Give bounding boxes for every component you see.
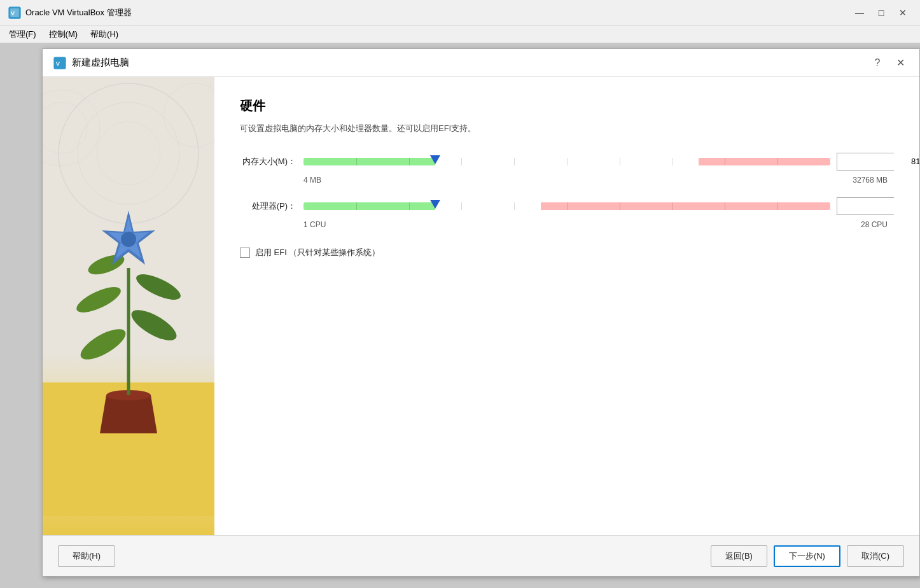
cpu-tick-2 <box>409 202 410 210</box>
cpu-tick-4 <box>514 202 515 210</box>
memory-slider-thumb[interactable] <box>430 155 440 164</box>
dialog-title-bar: V 新建虚拟电脑 ? ✕ <box>43 49 919 77</box>
tick-8 <box>725 158 725 165</box>
cpu-label: 处理器(P)： <box>240 200 303 212</box>
cpu-slider-red <box>541 202 830 210</box>
cpu-range-labels: 1 CPU 28 CPU <box>303 220 894 229</box>
illustration-panel <box>43 77 214 535</box>
svg-point-10 <box>164 83 214 147</box>
svg-point-5 <box>59 83 199 223</box>
svg-text:V: V <box>56 60 60 67</box>
tick-6 <box>620 158 620 165</box>
footer-left: 帮助(H) <box>58 545 711 567</box>
footer-right: 返回(B) 下一步(N) 取消(C) <box>711 545 904 567</box>
memory-spinbox[interactable]: ▲ ▼ <box>837 153 894 171</box>
section-title: 硬件 <box>240 97 894 115</box>
maximize-button[interactable]: □ <box>872 5 891 20</box>
menu-bar: 管理(F) 控制(M) 帮助(H) <box>0 25 920 43</box>
svg-point-15 <box>127 304 181 346</box>
memory-value-input[interactable] <box>837 153 919 170</box>
cpu-tick-8 <box>725 202 725 210</box>
memory-slider-container[interactable] <box>303 153 830 171</box>
next-button[interactable]: 下一步(N) <box>774 545 840 567</box>
help-button[interactable]: 帮助(H) <box>58 545 115 567</box>
menu-help[interactable]: 帮助(H) <box>84 26 125 43</box>
tick-7 <box>673 158 673 165</box>
memory-slider-red <box>699 158 830 165</box>
cpu-spinbox[interactable]: ▲ ▼ <box>837 197 894 215</box>
app-icon: V <box>8 6 22 20</box>
window-controls: — □ ✕ <box>850 5 912 20</box>
cpu-tick-1 <box>356 202 357 210</box>
app-title: Oracle VM VirtualBox 管理器 <box>25 7 850 18</box>
memory-max-label: 32768 MB <box>853 176 888 185</box>
dialog-body: 硬件 可设置虚拟电脑的内存大小和处理器数量。还可以启用EFI支持。 内存大小(M… <box>43 77 919 535</box>
cpu-slider-green <box>303 202 435 210</box>
memory-row: 内存大小(M)： <box>240 153 894 171</box>
illustration-svg <box>43 77 214 516</box>
cpu-min-label: 1 CPU <box>303 220 326 229</box>
section-description: 可设置虚拟电脑的内存大小和处理器数量。还可以启用EFI支持。 <box>240 122 894 135</box>
cpu-row: 处理器(P)： <box>240 197 894 215</box>
tick-5 <box>567 158 568 165</box>
tick-2 <box>409 158 410 165</box>
svg-point-6 <box>78 102 179 204</box>
tick-1 <box>356 158 357 165</box>
right-panel: 硬件 可设置虚拟电脑的内存大小和处理器数量。还可以启用EFI支持。 内存大小(M… <box>214 77 919 535</box>
memory-range-labels: 4 MB 32768 MB <box>303 176 894 185</box>
cpu-tick-6 <box>620 202 620 210</box>
back-button[interactable]: 返回(B) <box>711 545 767 567</box>
menu-control[interactable]: 控制(M) <box>43 26 85 43</box>
efi-checkbox[interactable] <box>240 248 250 258</box>
cancel-button[interactable]: 取消(C) <box>847 545 904 567</box>
main-dialog: V 新建虚拟电脑 ? ✕ <box>42 48 920 577</box>
efi-checkbox-label: 启用 EFI （只针对某些操作系统） <box>255 247 380 258</box>
cpu-max-label: 28 CPU <box>861 220 888 229</box>
cpu-slider-track[interactable] <box>303 202 830 210</box>
tick-3 <box>461 158 462 165</box>
cpu-tick-7 <box>673 202 673 210</box>
dialog-footer: 帮助(H) 返回(B) 下一步(N) 取消(C) <box>43 535 919 576</box>
svg-point-7 <box>97 122 160 185</box>
svg-point-9 <box>43 102 87 153</box>
menu-manage[interactable]: 管理(F) <box>3 26 43 43</box>
cpu-tick-9 <box>777 202 778 210</box>
tick-4 <box>514 158 515 165</box>
dialog-help-button[interactable]: ? <box>868 54 886 72</box>
svg-point-17 <box>133 269 184 305</box>
svg-point-16 <box>73 282 124 318</box>
cpu-value-input[interactable] <box>837 198 919 214</box>
cpu-slider-thumb[interactable] <box>430 200 440 209</box>
window-close-button[interactable]: ✕ <box>893 5 912 20</box>
minimize-button[interactable]: — <box>850 5 869 20</box>
svg-point-21 <box>121 232 136 247</box>
tick-9 <box>777 158 778 165</box>
efi-row[interactable]: 启用 EFI （只针对某些操作系统） <box>240 247 894 258</box>
cpu-tick-3 <box>461 202 462 210</box>
memory-slider-track[interactable] <box>303 158 830 165</box>
memory-label: 内存大小(M)： <box>240 156 303 167</box>
dialog-icon: V <box>53 56 67 70</box>
memory-min-label: 4 MB <box>303 176 321 185</box>
cpu-slider-container[interactable] <box>303 197 830 215</box>
svg-point-8 <box>43 90 100 166</box>
dialog-close-button[interactable]: ✕ <box>891 54 909 72</box>
dialog-title: 新建虚拟电脑 <box>72 57 868 69</box>
memory-slider-green <box>303 158 435 165</box>
title-bar: V Oracle VM VirtualBox 管理器 — □ ✕ <box>0 0 920 25</box>
svg-text:V: V <box>11 10 15 17</box>
cpu-tick-5 <box>567 202 568 210</box>
svg-point-14 <box>76 323 130 365</box>
